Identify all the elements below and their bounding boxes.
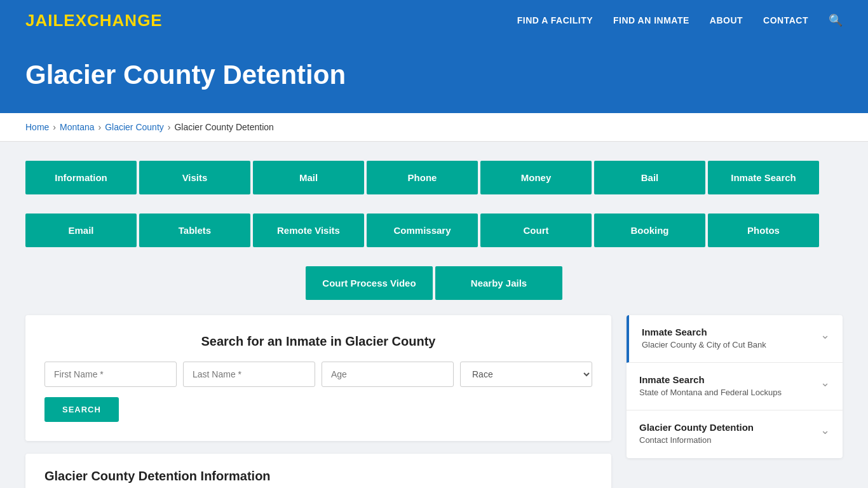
btn-commissary[interactable]: Commissary bbox=[367, 214, 478, 247]
sidebar-item-title-2: Inmate Search bbox=[639, 374, 782, 385]
sidebar-item-inmate-search-state[interactable]: Inmate Search State of Montana and Feder… bbox=[627, 363, 843, 410]
sidebar-item-contact-info[interactable]: Glacier County Detention Contact Informa… bbox=[627, 410, 843, 458]
btn-court[interactable]: Court bbox=[480, 214, 592, 247]
nav-about[interactable]: ABOUT bbox=[710, 15, 743, 25]
btn-inmate-search[interactable]: Inmate Search bbox=[708, 161, 819, 194]
nav-find-inmate[interactable]: FIND AN INMATE bbox=[613, 15, 689, 25]
sidebar-card: Inmate Search Glacier County & City of C… bbox=[627, 315, 843, 458]
age-input[interactable] bbox=[322, 362, 454, 387]
inmate-search-box: Search for an Inmate in Glacier County R… bbox=[25, 315, 611, 441]
button-grid-row3: Court Process Video Nearby Jails bbox=[25, 266, 843, 300]
first-name-input[interactable] bbox=[44, 362, 177, 387]
sidebar-item-title-3: Glacier County Detention bbox=[639, 422, 754, 433]
breadcrumb-home[interactable]: Home bbox=[25, 122, 49, 132]
main-content: Information Visits Mail Phone Money Bail… bbox=[0, 142, 868, 488]
sep-3: › bbox=[168, 122, 171, 132]
sidebar-item-subtitle-3: Contact Information bbox=[639, 435, 754, 446]
btn-nearby-jails[interactable]: Nearby Jails bbox=[435, 266, 562, 300]
sidebar-item-text-3: Glacier County Detention Contact Informa… bbox=[639, 422, 754, 446]
logo-jail: JAIL bbox=[25, 11, 64, 30]
site-header: JAILEXCHANGE FIND A FACILITY FIND AN INM… bbox=[0, 0, 868, 41]
hero-section: Glacier County Detention bbox=[0, 41, 868, 113]
page-title: Glacier County Detention bbox=[25, 60, 843, 90]
sidebar-item-text-1: Inmate Search Glacier County & City of C… bbox=[642, 327, 766, 351]
breadcrumb-bar: Home › Montana › Glacier County › Glacie… bbox=[0, 113, 868, 142]
breadcrumb-current: Glacier County Detention bbox=[174, 122, 273, 132]
nav-contact[interactable]: CONTACT bbox=[763, 15, 808, 25]
nav-find-facility[interactable]: FIND A FACILITY bbox=[517, 15, 593, 25]
chevron-icon-3: ⌄ bbox=[820, 423, 830, 437]
btn-booking[interactable]: Booking bbox=[594, 214, 705, 247]
logo-exchange: EXCHANGE bbox=[64, 11, 162, 30]
sidebar-item-inmate-search-local[interactable]: Inmate Search Glacier County & City of C… bbox=[627, 315, 843, 363]
last-name-input[interactable] bbox=[183, 362, 315, 387]
btn-photos[interactable]: Photos bbox=[708, 214, 819, 247]
btn-mail[interactable]: Mail bbox=[253, 161, 364, 194]
two-col-layout: Search for an Inmate in Glacier County R… bbox=[25, 315, 843, 488]
sidebar-item-title-1: Inmate Search bbox=[642, 327, 766, 337]
button-grid-row2: Email Tablets Remote Visits Commissary C… bbox=[25, 214, 843, 247]
breadcrumb-montana[interactable]: Montana bbox=[60, 122, 94, 132]
btn-court-process-video[interactable]: Court Process Video bbox=[306, 266, 433, 300]
sidebar-item-subtitle-1: Glacier County & City of Cut Bank bbox=[642, 339, 766, 351]
chevron-icon-2: ⌄ bbox=[820, 376, 830, 390]
left-column: Search for an Inmate in Glacier County R… bbox=[25, 315, 611, 488]
search-fields: Race White Black Hispanic Asian Other bbox=[44, 362, 592, 387]
breadcrumb: Home › Montana › Glacier County › Glacie… bbox=[25, 122, 843, 132]
btn-phone[interactable]: Phone bbox=[367, 161, 478, 194]
site-logo[interactable]: JAILEXCHANGE bbox=[25, 11, 163, 30]
search-button[interactable]: SEARCH bbox=[44, 397, 119, 422]
btn-remote-visits[interactable]: Remote Visits bbox=[253, 214, 364, 247]
chevron-icon-1: ⌄ bbox=[820, 328, 830, 342]
search-icon[interactable]: 🔍 bbox=[829, 13, 843, 27]
info-section: Glacier County Detention Information bbox=[25, 454, 611, 488]
sidebar-item-text-2: Inmate Search State of Montana and Feder… bbox=[639, 374, 782, 398]
breadcrumb-glacier-county[interactable]: Glacier County bbox=[105, 122, 164, 132]
btn-bail[interactable]: Bail bbox=[594, 161, 705, 194]
button-grid-row1: Information Visits Mail Phone Money Bail… bbox=[25, 161, 843, 194]
sep-2: › bbox=[98, 122, 102, 132]
info-title: Glacier County Detention Information bbox=[44, 469, 592, 484]
search-title: Search for an Inmate in Glacier County bbox=[44, 334, 592, 349]
btn-visits[interactable]: Visits bbox=[139, 161, 250, 194]
btn-money[interactable]: Money bbox=[480, 161, 592, 194]
btn-information[interactable]: Information bbox=[25, 161, 137, 194]
btn-tablets[interactable]: Tablets bbox=[139, 214, 250, 247]
sidebar-item-subtitle-2: State of Montana and Federal Lockups bbox=[639, 387, 782, 398]
sidebar: Inmate Search Glacier County & City of C… bbox=[627, 315, 843, 458]
race-select[interactable]: Race White Black Hispanic Asian Other bbox=[460, 362, 592, 387]
sep-1: › bbox=[53, 122, 56, 132]
btn-email[interactable]: Email bbox=[25, 214, 137, 247]
main-nav: FIND A FACILITY FIND AN INMATE ABOUT CON… bbox=[517, 13, 843, 27]
